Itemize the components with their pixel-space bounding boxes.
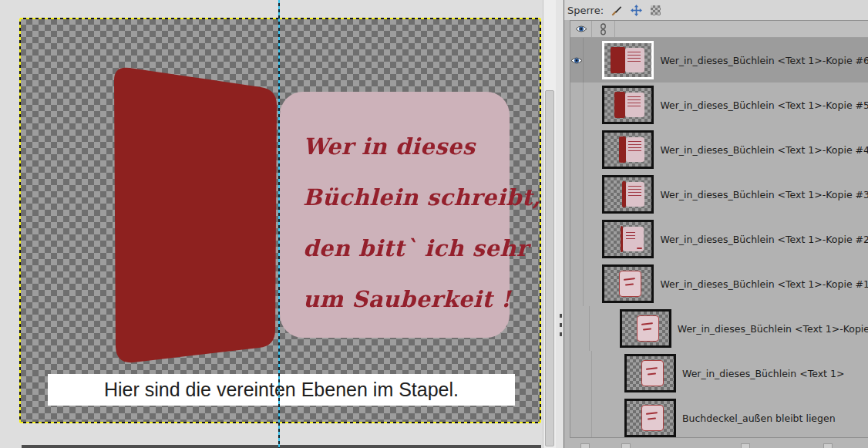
layer-thumbnail[interactable] [602,264,654,303]
layer-link-toggle[interactable] [584,83,593,127]
thumbnail-book-page [625,93,644,117]
thumbnail-checker [622,312,669,345]
cutoff-button-icon[interactable] [741,443,750,448]
thumbnail-book-page [641,405,664,431]
layer-visibility-toggle[interactable] [570,83,584,127]
layer-row[interactable]: Wer_in_dieses_Büchlein <Text 1>-Kopie #6 [570,38,868,83]
layer-name[interactable]: Wer_in_dieses_Büchlein <Text 1>-Kopie #4 [660,144,868,156]
link-chain-icon [600,23,607,35]
layer-row[interactable]: Wer_in_dieses_Büchlein <Text 1>-Kopie #5 [570,83,868,127]
layer-name[interactable]: Wer_in_dieses_Büchlein <Text 1>-Kopie #3 [660,189,868,200]
layer-thumbnail[interactable] [602,41,654,79]
layers-list-rows: Wer_in_dieses_Büchlein <Text 1>-Kopie #6… [570,38,868,438]
visibility-eye-icon [570,56,583,65]
thumbnail-checker [604,267,651,301]
guide-line[interactable] [278,0,280,448]
thumbnail-book-page [625,48,644,72]
layer-boundary-top [20,18,540,19]
layer-visibility-toggle[interactable] [570,217,584,261]
layer-link-toggle[interactable] [592,351,615,396]
page-text-line: Wer in dieses [303,121,502,172]
cutoff-button-icon[interactable] [823,443,833,448]
page-text-line: den bitt` ich sehr [303,223,502,274]
cutoff-button-icon[interactable] [580,443,590,448]
layer-name[interactable]: Wer_in_dieses_Büchlein <Text 1>-Kopie #1 [660,278,868,290]
grip-dot [560,323,562,327]
thumbnail-book-cover [614,92,625,118]
layer-name[interactable]: Buchdeckel_außen bleibt liegen [682,413,836,424]
layer-thumbnail[interactable] [624,399,676,437]
layer-link-toggle[interactable] [592,396,615,438]
layer-visibility-toggle[interactable] [570,172,584,217]
layer-name[interactable]: Wer_in_dieses_Büchlein <Text 1> [682,368,844,379]
thumbnail-text-lines [626,232,635,241]
layer-row[interactable]: Wer_in_dieses_Büchlein <Text 1>-Kopie #1 [570,261,868,306]
layers-list: Wer_in_dieses_Büchlein <Text 1>-Kopie #6… [570,20,868,438]
layer-row[interactable]: Wer_in_dieses_Büchlein <Text 1>-Kopie #4 [570,127,868,172]
pane-resize-gutter[interactable] [556,0,564,448]
alpha-lock-icon[interactable] [649,4,661,16]
layer-link-toggle[interactable] [584,127,593,172]
layer-link-toggle[interactable] [584,217,593,261]
grip-dot [560,332,562,336]
layer-row[interactable]: Wer_in_dieses_Büchlein <Text 1> [570,351,868,396]
layer-visibility-toggle[interactable] [570,351,592,396]
move-lock-icon[interactable] [630,4,642,16]
thumbnail-book-cover [611,47,625,73]
gimp-window: { "canvas": { "caption": "Hier sind die … [0,0,868,448]
layer-row[interactable]: Wer_in_dieses_Büchlein <Text 1>-Kopie #3 [570,172,868,217]
layers-panel-toolbar: Sperre: [564,0,868,20]
layer-thumbnail[interactable] [602,175,654,214]
thumbnail-book-page [641,360,664,386]
book-page-shape: Wer in dieses Büchlein schreibt, den bit… [280,92,510,338]
layer-name[interactable]: Wer_in_dieses_Büchlein <Text 1>-Kopie #5 [660,99,868,111]
thumbnail-book-cover [619,136,626,163]
layers-panel: Sperre: [564,0,868,448]
cutoff-button-icon[interactable] [621,443,631,448]
paintbrush-lock-icon[interactable] [611,4,623,16]
layer-name[interactable]: Wer_in_dieses_Büchlein <Text 1>-Kopie #6 [660,55,868,66]
page-text-line: um Sauberkeit ! [303,274,502,325]
layer-thumbnail[interactable] [624,354,676,392]
layer-row[interactable]: Wer_in_dieses_Büchlein <Text 1>-Kopie [570,306,868,351]
layer-boundary-bottom [20,422,540,423]
layer-row[interactable]: Wer_in_dieses_Büchlein <Text 1>-Kopie #2 [570,217,868,261]
thumbnail-book-page [619,271,641,297]
layer-visibility-toggle[interactable] [570,127,584,172]
layer-thumbnail[interactable] [602,220,654,258]
thumbnail-text-lines [627,52,641,63]
layer-visibility-toggle[interactable] [570,261,584,306]
thumbnail-checker [627,401,674,435]
canvas-bottom-strip [22,445,541,448]
scrollbar-thumb[interactable] [545,90,554,446]
layer-name[interactable]: Wer_in_dieses_Büchlein <Text 1>-Kopie [678,323,868,335]
layer-boundary-right [540,19,541,423]
layer-thumbnail[interactable] [602,86,654,124]
visibility-column-header[interactable] [570,21,592,37]
layer-boundary-left [19,19,21,423]
thumbnail-checker [604,43,651,77]
thumbnail-checker [604,88,651,122]
layer-visibility-toggle[interactable] [570,38,584,83]
layer-link-toggle[interactable] [584,261,593,306]
thumbnail-book-page [637,315,659,342]
thumbnail-text-lines [628,186,641,197]
layer-link-toggle[interactable] [590,306,611,351]
layer-thumbnail[interactable] [602,130,654,169]
layer-name[interactable]: Wer_in_dieses_Büchlein <Text 1>-Kopie #2 [660,234,868,245]
image-canvas[interactable]: Wer in dieses Büchlein schreibt, den bit… [20,19,540,423]
layer-visibility-toggle[interactable] [570,306,590,351]
layer-row[interactable]: Buchdeckel_außen bleibt liegen [570,396,868,438]
thumbnail-checker [604,222,651,256]
thumbnail-book-page [626,137,644,162]
canvas-vertical-scrollbar[interactable] [543,0,556,448]
thumbnail-text-lines [628,141,641,153]
layer-visibility-toggle[interactable] [570,396,592,438]
layer-link-toggle[interactable] [584,38,593,83]
thumbnail-checker [604,177,651,211]
layer-thumbnail[interactable] [620,309,671,348]
thumbnail-checker [627,356,674,390]
layer-link-toggle[interactable] [584,172,593,217]
thumbnail-checker [604,133,651,167]
link-column-header[interactable] [592,21,615,37]
